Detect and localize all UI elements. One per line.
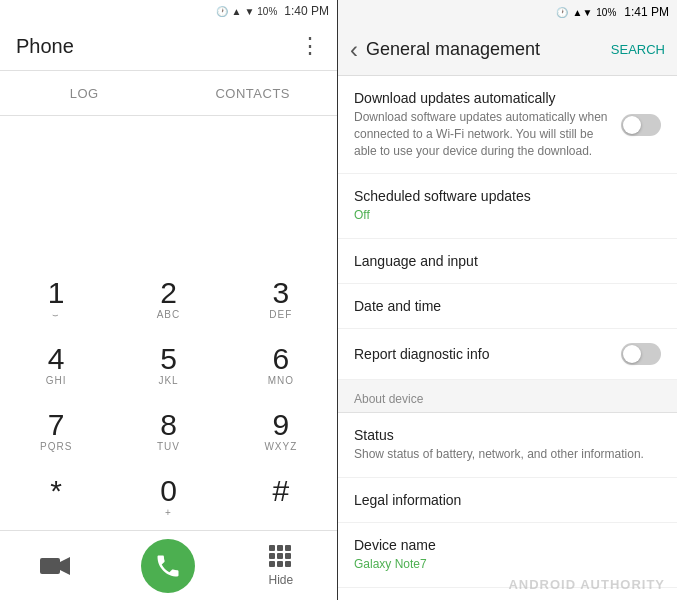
dial-key-1[interactable]: 1 ⌣ (0, 266, 112, 332)
status-bar-right: 🕐 ▲▼ 10% 1:41 PM (338, 0, 677, 24)
settings-page-title: General management (366, 39, 540, 60)
signal-icon: ▲ (231, 6, 241, 17)
scheduled-updates-subtitle: Off (354, 207, 661, 224)
call-fab[interactable] (141, 539, 195, 593)
settings-item-scheduled-updates[interactable]: Scheduled software updates Off (338, 174, 677, 239)
diagnostic-row: Report diagnostic info (354, 343, 661, 365)
dialpad-grid-icon (269, 545, 293, 569)
about-device-section-header: About device (338, 380, 677, 413)
settings-header: ‹ General management SEARCH (338, 24, 677, 76)
dialpad: 1 ⌣ 2 ABC 3 DEF 4 GHI 5 JKL 6 MNO 7 PQRS… (0, 266, 337, 530)
scheduled-updates-title: Scheduled software updates (354, 188, 661, 204)
status-title: Status (354, 427, 661, 443)
watermark: ANDROID AUTHORITY (508, 577, 665, 592)
settings-item-language[interactable]: Language and input (338, 239, 677, 284)
search-button[interactable]: SEARCH (611, 42, 665, 57)
status-bar-left: 🕐 ▲ ▼ 10% 1:40 PM (0, 0, 337, 22)
toggle-thumb (623, 116, 641, 134)
back-button[interactable]: ‹ (350, 36, 358, 64)
time-left: 1:40 PM (284, 4, 329, 18)
dial-key-star[interactable]: * (0, 464, 112, 530)
dial-key-0[interactable]: 0 + (112, 464, 224, 530)
diagnostic-toggle-thumb (623, 345, 641, 363)
dial-key-8[interactable]: 8 TUV (112, 398, 224, 464)
settings-item-legal[interactable]: Legal information (338, 478, 677, 523)
settings-item-date-time[interactable]: Date and time (338, 284, 677, 329)
phone-panel: 🕐 ▲ ▼ 10% 1:40 PM Phone ⋮ LOG CONTACTS 1… (0, 0, 338, 600)
settings-item-download-updates[interactable]: Download updates automatically Download … (338, 76, 677, 174)
date-time-title: Date and time (354, 298, 661, 314)
alarm-icon-right: 🕐 (556, 7, 568, 18)
legal-title: Legal information (354, 492, 661, 508)
status-subtitle: Show status of battery, network, and oth… (354, 446, 661, 463)
download-updates-text: Download updates automatically Download … (354, 90, 621, 159)
phone-header: Phone ⋮ (0, 22, 337, 71)
phone-title: Phone (16, 35, 74, 58)
battery-right: 10% (596, 7, 616, 18)
phone-actions-bar: Hide (0, 530, 337, 600)
phone-menu-button[interactable]: ⋮ (299, 33, 321, 59)
phone-tabs: LOG CONTACTS (0, 71, 337, 116)
download-updates-toggle[interactable] (621, 114, 661, 136)
battery-text-left: 10% (257, 6, 277, 17)
settings-panel: 🕐 ▲▼ 10% 1:41 PM ‹ General management SE… (338, 0, 677, 600)
hide-label: Hide (268, 573, 293, 587)
dial-key-7[interactable]: 7 PQRS (0, 398, 112, 464)
dial-key-3[interactable]: 3 DEF (225, 266, 337, 332)
video-icon (40, 555, 72, 577)
dial-key-9[interactable]: 9 WXYZ (225, 398, 337, 464)
call-button[interactable] (112, 531, 224, 601)
dial-key-2[interactable]: 2 ABC (112, 266, 224, 332)
device-name-value: Galaxy Note7 (354, 556, 661, 573)
diagnostic-toggle[interactable] (621, 343, 661, 365)
recent-calls-area (0, 116, 337, 266)
time-right: 1:41 PM (624, 5, 669, 19)
settings-item-diagnostic[interactable]: Report diagnostic info (338, 329, 677, 380)
wifi-icon: ▼ (244, 6, 254, 17)
download-updates-title: Download updates automatically (354, 90, 609, 106)
svg-rect-0 (40, 558, 60, 574)
language-title: Language and input (354, 253, 661, 269)
dial-key-6[interactable]: 6 MNO (225, 332, 337, 398)
download-updates-subtitle: Download software updates automatically … (354, 109, 609, 159)
dial-key-hash[interactable]: # (225, 464, 337, 530)
diagnostic-title: Report diagnostic info (354, 346, 489, 362)
settings-item-status[interactable]: Status Show status of battery, network, … (338, 413, 677, 478)
device-name-title: Device name (354, 537, 661, 553)
alarm-icon: 🕐 (216, 6, 228, 17)
tab-contacts[interactable]: CONTACTS (169, 71, 338, 115)
settings-header-left: ‹ General management (350, 36, 540, 64)
svg-marker-1 (60, 557, 70, 575)
download-updates-row: Download updates automatically Download … (354, 90, 661, 159)
video-call-button[interactable] (0, 531, 112, 601)
settings-content: Download updates automatically Download … (338, 76, 677, 600)
dial-key-5[interactable]: 5 JKL (112, 332, 224, 398)
tab-log[interactable]: LOG (0, 71, 169, 115)
signal-icon-right: ▲▼ (572, 7, 592, 18)
status-icons-left: 🕐 ▲ ▼ 10% 1:40 PM (216, 4, 329, 18)
phone-call-icon (154, 552, 182, 580)
dial-key-4[interactable]: 4 GHI (0, 332, 112, 398)
hide-dialpad-button[interactable]: Hide (225, 531, 337, 601)
